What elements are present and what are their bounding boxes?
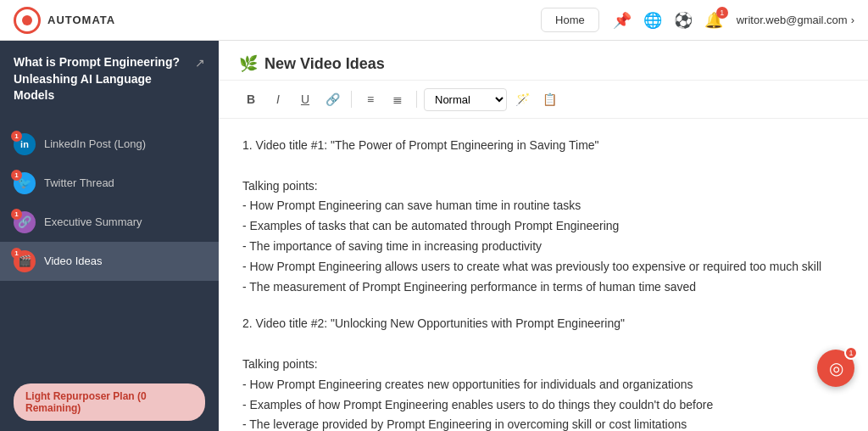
- linkedin-icon: 1 in: [14, 133, 36, 155]
- pin-icon[interactable]: 📌: [613, 11, 632, 30]
- editor-title: New Video Ideas: [264, 55, 385, 73]
- video1-point-4: - How Prompt Engineering allows users to…: [242, 257, 844, 277]
- topnav: AUTOMATA Home 📌 🌐 ⚽ 🔔 1 writor.web@gmail…: [0, 0, 868, 41]
- bold-button[interactable]: B: [239, 87, 263, 111]
- video1-point-3: - The importance of saving time in incre…: [242, 237, 844, 257]
- chrome-icon[interactable]: 🌐: [643, 11, 662, 30]
- home-button[interactable]: Home: [541, 8, 599, 32]
- nav-icons: 📌 🌐 ⚽ 🔔 1: [613, 11, 723, 30]
- video1-point-5: - The measurement of Prompt Engineering …: [242, 277, 844, 298]
- twitter-icon: 1 🐦: [14, 172, 36, 194]
- video2-section: 2. Video title #2: "Unlocking New Opport…: [242, 314, 844, 431]
- sidebar-item-twitter[interactable]: 1 🐦 Twitter Thread: [0, 164, 219, 203]
- sidebar: What is Prompt Engineering? Unleashing A…: [0, 41, 219, 431]
- executive-icon: 1 🔗: [14, 211, 36, 233]
- logo-icon: [14, 7, 41, 34]
- video2-point-2: - Examples of how Prompt Engineering ena…: [242, 395, 844, 416]
- video1-section: 1. Video title #1: "The Power of Prompt …: [242, 136, 844, 297]
- video-icon: 1 🎬: [14, 250, 36, 272]
- soccer-icon[interactable]: ⚽: [674, 11, 693, 30]
- user-email: writor.web@gmail.com: [737, 14, 848, 26]
- user-area[interactable]: writor.web@gmail.com ›: [737, 14, 854, 26]
- external-link-icon[interactable]: ↗: [195, 56, 205, 70]
- sidebar-header: What is Prompt Engineering? Unleashing A…: [0, 41, 219, 118]
- unordered-list-button[interactable]: ≣: [386, 87, 409, 111]
- video2-point-1: - How Prompt Engineering creates new opp…: [242, 375, 844, 395]
- video1-point-1: - How Prompt Engineering can save human …: [242, 196, 844, 216]
- ordered-list-button[interactable]: ≡: [359, 87, 382, 111]
- linkedin-badge: 1: [11, 131, 22, 142]
- sidebar-item-label-twitter: Twitter Thread: [44, 176, 114, 189]
- editor-toolbar: B I U 🔗 ≡ ≣ Normal Heading 1 Heading 2 H…: [219, 81, 868, 119]
- video1-point-2: - Examples of tasks that can be automate…: [242, 216, 844, 237]
- sidebar-item-label-linkedin: LinkedIn Post (Long): [44, 137, 146, 150]
- sidebar-item-linkedin[interactable]: 1 in LinkedIn Post (Long): [0, 125, 219, 164]
- user-chevron-icon: ›: [851, 14, 854, 26]
- twitter-badge: 1: [11, 170, 22, 181]
- editor-content[interactable]: 1. Video title #1: "The Power of Prompt …: [219, 119, 868, 431]
- copy-button[interactable]: 📋: [537, 87, 561, 111]
- sidebar-item-executive[interactable]: 1 🔗 Executive Summary: [0, 203, 219, 242]
- video2-talking: Talking points:: [242, 355, 844, 375]
- sidebar-bottom: Light Repurposer Plan (0 Remaining): [0, 373, 219, 431]
- underline-button[interactable]: U: [293, 87, 317, 111]
- video1-title: 1. Video title #1: "The Power of Prompt …: [242, 136, 844, 156]
- editor-leaf-icon: 🌿: [239, 54, 258, 73]
- notification-badge: 1: [716, 7, 728, 19]
- toolbar-separator-2: [416, 91, 417, 108]
- video2-point-3: - The leverage provided by Prompt Engine…: [242, 415, 844, 431]
- app-name: AUTOMATA: [47, 14, 115, 26]
- fab-button[interactable]: 1 ◎: [817, 350, 854, 387]
- heading-select[interactable]: Normal Heading 1 Heading 2 Heading 3: [424, 88, 507, 111]
- sidebar-title: What is Prompt Engineering? Unleashing A…: [14, 54, 195, 104]
- plan-badge[interactable]: Light Repurposer Plan (0 Remaining): [14, 383, 205, 421]
- editor-area: 🌿 New Video Ideas B I U 🔗 ≡ ≣ Normal Hea…: [219, 41, 868, 431]
- fab-icon: ◎: [829, 358, 843, 378]
- italic-button[interactable]: I: [266, 87, 290, 111]
- fab-badge: 1: [844, 346, 858, 360]
- executive-badge: 1: [11, 209, 22, 220]
- video2-title: 2. Video title #2: "Unlocking New Opport…: [242, 314, 844, 334]
- notification-icon[interactable]: 🔔 1: [704, 11, 723, 30]
- editor-header: 🌿 New Video Ideas: [219, 41, 868, 81]
- sidebar-item-video[interactable]: 1 🎬 Video Ideas: [0, 242, 219, 281]
- video1-talking: Talking points:: [242, 176, 844, 197]
- video-badge: 1: [11, 248, 22, 259]
- sidebar-item-label-video: Video Ideas: [44, 255, 102, 267]
- logo-inner: [22, 15, 32, 25]
- wand-button[interactable]: 🪄: [510, 87, 534, 111]
- sidebar-items-list: 1 in LinkedIn Post (Long) 1 🐦 Twitter Th…: [0, 118, 219, 373]
- link-button[interactable]: 🔗: [320, 87, 344, 111]
- sidebar-item-label-executive: Executive Summary: [44, 216, 142, 228]
- main-layout: What is Prompt Engineering? Unleashing A…: [0, 41, 868, 431]
- logo-area: AUTOMATA: [14, 7, 115, 34]
- toolbar-separator-1: [351, 91, 352, 108]
